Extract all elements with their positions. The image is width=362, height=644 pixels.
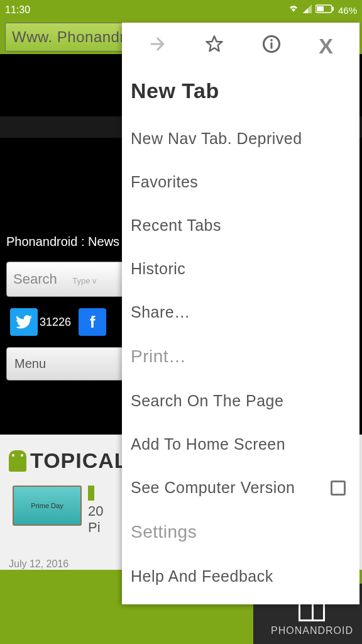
- menu-new-nav-tab[interactable]: New Nav Tab. Deprived: [122, 117, 359, 160]
- svg-rect-2: [317, 6, 324, 11]
- menu-recent-tabs[interactable]: Recent Tabs: [122, 204, 359, 247]
- battery-text: 46%: [338, 5, 357, 16]
- signal-icon: [303, 4, 312, 16]
- svg-rect-1: [332, 7, 334, 11]
- battery-icon: [315, 4, 334, 16]
- browser-menu-dropdown: X New Tab New Nav Tab. Deprived Favorite…: [122, 23, 359, 604]
- star-icon[interactable]: [205, 35, 224, 58]
- search-placeholder: Type v: [72, 276, 96, 286]
- menu-new-tab[interactable]: New Tab: [122, 70, 359, 117]
- menu-icon-row: X: [122, 23, 359, 70]
- menu-settings[interactable]: Settings: [122, 509, 359, 555]
- card-image: Prime Day: [13, 486, 82, 526]
- search-label: Search: [13, 271, 57, 287]
- svg-rect-5: [270, 43, 272, 49]
- svg-point-4: [270, 39, 273, 42]
- menu-items: New Tab New Nav Tab. Deprived Favorites …: [122, 70, 359, 598]
- status-right: 46%: [288, 4, 357, 16]
- forward-icon[interactable]: [148, 35, 167, 58]
- info-icon[interactable]: [262, 35, 281, 58]
- menu-historic[interactable]: Historic: [122, 247, 359, 291]
- menu-help[interactable]: Help And Feedback: [122, 555, 359, 598]
- wifi-icon: [288, 4, 299, 16]
- menu-print[interactable]: Print…: [122, 334, 359, 379]
- topical-text: TOPICAL: [30, 448, 128, 473]
- menu-add-home[interactable]: Add To Home Screen: [122, 423, 359, 466]
- facebook-link[interactable]: f: [79, 308, 106, 336]
- accent-bar: [88, 486, 94, 501]
- menu-computer-version[interactable]: See Computer Version: [122, 466, 359, 509]
- status-bar: 11:30 46%: [0, 0, 362, 20]
- checkbox-icon[interactable]: [331, 480, 346, 496]
- menu-search-page[interactable]: Search On The Page: [122, 379, 359, 423]
- menu-share[interactable]: Share…: [122, 291, 359, 334]
- close-icon[interactable]: X: [319, 34, 333, 58]
- menu-label: Menu: [14, 357, 46, 370]
- facebook-icon: f: [79, 308, 106, 336]
- menu-favorites[interactable]: Favorites: [122, 160, 359, 204]
- android-icon: [9, 450, 26, 472]
- twitter-link[interactable]: 31226: [10, 308, 71, 336]
- twitter-icon: [10, 308, 38, 336]
- watermark-text: PHONANDROID: [271, 625, 353, 636]
- status-time: 11:30: [5, 4, 30, 16]
- twitter-count: 31226: [40, 316, 71, 329]
